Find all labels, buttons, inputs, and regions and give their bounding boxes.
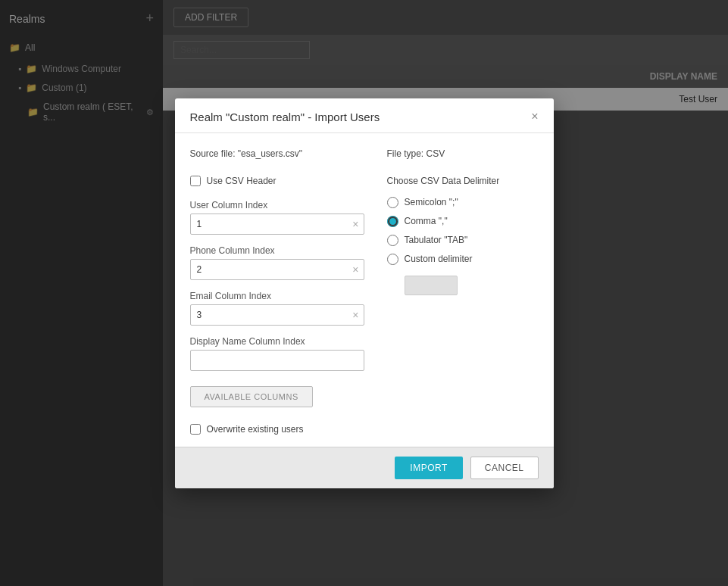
- tabulator-radio-row: Tabulator "TAB": [387, 235, 539, 246]
- phone-column-index-label: Phone Column Index: [190, 245, 364, 256]
- display-name-column-index-field: Display Name Column Index: [190, 336, 364, 371]
- meta-row: Source file: "esa_users.csv": [190, 148, 364, 162]
- email-column-index-label: Email Column Index: [190, 291, 364, 301]
- delimiter-title: Choose CSV Data Delimiter: [387, 176, 539, 186]
- display-name-column-index-label: Display Name Column Index: [190, 336, 364, 347]
- dialog-body: Source file: "esa_users.csv" Use CSV Hea…: [175, 133, 554, 447]
- use-csv-header-row: Use CSV Header: [190, 176, 364, 186]
- import-users-dialog: Realm "Custom realm" - Import Users × So…: [175, 98, 554, 488]
- overwrite-row: Overwrite existing users: [190, 421, 364, 435]
- phone-column-index-field: Phone Column Index ×: [190, 245, 364, 280]
- display-name-column-index-input[interactable]: [190, 350, 364, 371]
- dialog-title-bar: Realm "Custom realm" - Import Users ×: [175, 98, 554, 133]
- file-type-label: File type: CSV: [387, 148, 539, 159]
- modal-overlay: Realm "Custom realm" - Import Users × So…: [0, 0, 728, 586]
- use-csv-header-checkbox[interactable]: [190, 176, 201, 186]
- custom-delimiter-radio-row: Custom delimiter: [387, 254, 539, 265]
- comma-radio-row: Comma ",": [387, 216, 539, 227]
- custom-delimiter-label: Custom delimiter: [405, 254, 473, 264]
- semicolon-radio[interactable]: [387, 197, 398, 208]
- phone-column-index-input[interactable]: [190, 259, 364, 280]
- dialog-close-button[interactable]: ×: [531, 111, 538, 123]
- phone-column-index-clear-button[interactable]: ×: [352, 264, 358, 275]
- email-column-index-input-wrap: ×: [190, 304, 364, 326]
- user-column-index-label: User Column Index: [190, 200, 364, 210]
- user-column-index-clear-button[interactable]: ×: [352, 219, 358, 229]
- tabulator-radio[interactable]: [387, 235, 398, 246]
- user-column-index-input[interactable]: [190, 214, 364, 235]
- semicolon-label: Semicolon ";": [405, 197, 458, 207]
- user-column-index-input-wrap: ×: [190, 214, 364, 235]
- semicolon-radio-row: Semicolon ";": [387, 197, 539, 208]
- use-csv-header-label: Use CSV Header: [207, 176, 277, 186]
- source-file-label: Source file: "esa_users.csv": [190, 148, 303, 159]
- dialog-title: Realm "Custom realm" - Import Users: [190, 111, 380, 123]
- custom-delimiter-radio[interactable]: [387, 254, 398, 265]
- email-column-index-field: Email Column Index ×: [190, 291, 364, 326]
- email-column-index-input[interactable]: [190, 304, 364, 326]
- import-button[interactable]: IMPORT: [395, 457, 462, 479]
- comma-label: Comma ",": [405, 216, 448, 226]
- display-name-column-index-input-wrap: [190, 350, 364, 371]
- user-column-index-field: User Column Index ×: [190, 200, 364, 235]
- phone-column-index-input-wrap: ×: [190, 259, 364, 280]
- available-columns-button[interactable]: AVAILABLE COLUMNS: [190, 386, 313, 407]
- email-column-index-clear-button[interactable]: ×: [352, 310, 358, 320]
- delimiter-radio-group: Semicolon ";" Comma "," Tabulator "TAB" …: [387, 197, 539, 295]
- dialog-left-panel: Source file: "esa_users.csv" Use CSV Hea…: [190, 148, 364, 435]
- overwrite-label: Overwrite existing users: [207, 424, 304, 435]
- tabulator-label: Tabulator "TAB": [405, 235, 468, 245]
- dialog-right-panel: File type: CSV Choose CSV Data Delimiter…: [387, 148, 539, 435]
- cancel-button[interactable]: CANCEL: [470, 457, 539, 479]
- dialog-footer: IMPORT CANCEL: [175, 447, 554, 488]
- custom-delimiter-input[interactable]: [405, 276, 458, 295]
- comma-radio[interactable]: [387, 216, 398, 227]
- overwrite-checkbox[interactable]: [190, 424, 201, 435]
